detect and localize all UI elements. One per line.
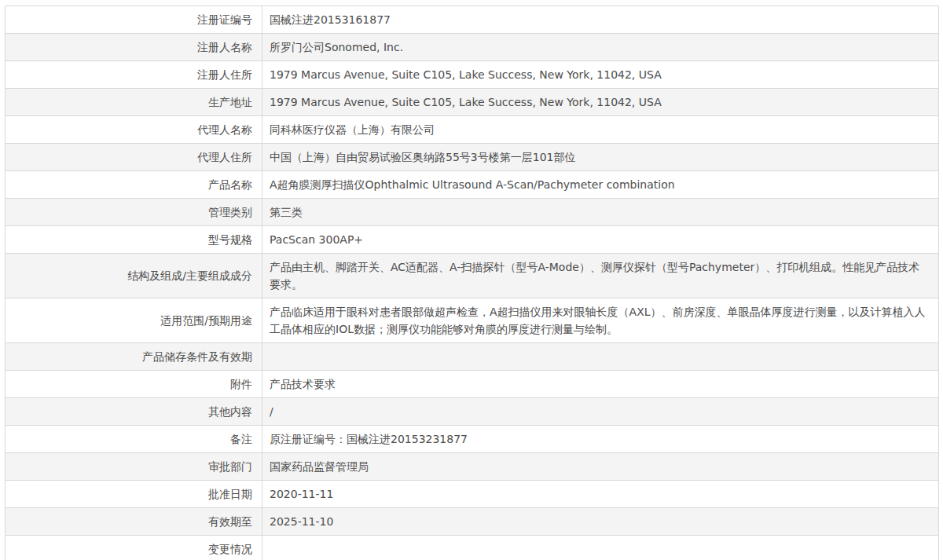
table-row: 型号规格 PacScan 300AP+ <box>6 226 939 254</box>
field-value: 产品由主机、脚踏开关、AC适配器、A-扫描探针（型号A-Mode）、测厚仪探针（… <box>262 254 939 298</box>
table-row: 变更情况 <box>6 536 939 560</box>
table-row: 产品储存条件及有效期 <box>6 343 939 371</box>
field-label: 管理类别 <box>6 199 262 226</box>
field-label: 代理人住所 <box>6 144 262 171</box>
field-label: 代理人名称 <box>6 116 262 144</box>
field-label: 产品储存条件及有效期 <box>6 343 262 371</box>
field-label: 备注 <box>6 426 262 453</box>
field-label: 批准日期 <box>6 481 262 508</box>
registration-table-body: 注册证编号 国械注进20153161877 注册人名称 所罗门公司Sonomed… <box>6 6 939 560</box>
table-row: 管理类别 第三类 <box>6 199 939 226</box>
field-value: 国械注进20153161877 <box>262 6 939 34</box>
field-value: 原注册证编号：国械注进20153231877 <box>262 426 939 453</box>
table-row: 备注 原注册证编号：国械注进20153231877 <box>6 426 939 453</box>
field-value: 1979 Marcus Avenue, Suite C105, Lake Suc… <box>262 61 939 89</box>
table-row: 适用范围/预期用途 产品临床适用于眼科对患者眼部做超声检查，A超扫描仪用来对眼轴… <box>6 298 939 343</box>
field-value: 1979 Marcus Avenue, Suite C105, Lake Suc… <box>262 89 939 116</box>
table-row: 注册人名称 所罗门公司Sonomed, Inc. <box>6 34 939 61</box>
table-row: 附件 产品技术要求 <box>6 371 939 398</box>
field-label: 产品名称 <box>6 171 262 199</box>
table-row: 生产地址 1979 Marcus Avenue, Suite C105, Lak… <box>6 89 939 116</box>
field-label: 生产地址 <box>6 89 262 116</box>
field-value: 2020-11-11 <box>262 481 939 508</box>
table-row: 其他内容 / <box>6 398 939 426</box>
field-value: 同科林医疗仪器（上海）有限公司 <box>262 116 939 144</box>
field-value: 中国（上海）自由贸易试验区奥纳路55号3号楼第一层101部位 <box>262 144 939 171</box>
field-label: 变更情况 <box>6 536 262 560</box>
field-label: 有效期至 <box>6 508 262 536</box>
field-value <box>262 343 939 371</box>
field-value: 产品技术要求 <box>262 371 939 398</box>
table-row: 有效期至 2025-11-10 <box>6 508 939 536</box>
field-value: / <box>262 398 939 426</box>
field-label: 注册人住所 <box>6 61 262 89</box>
table-row: 产品名称 A超角膜测厚扫描仪Ophthalmic Ultrasound A-Sc… <box>6 171 939 199</box>
field-value: 2025-11-10 <box>262 508 939 536</box>
field-label: 注册证编号 <box>6 6 262 34</box>
field-label: 附件 <box>6 371 262 398</box>
table-row: 审批部门 国家药品监督管理局 <box>6 453 939 481</box>
table-row: 代理人名称 同科林医疗仪器（上海）有限公司 <box>6 116 939 144</box>
field-value: PacScan 300AP+ <box>262 226 939 254</box>
field-label: 结构及组成/主要组成成分 <box>6 254 262 298</box>
table-row: 注册人住所 1979 Marcus Avenue, Suite C105, La… <box>6 61 939 89</box>
field-value: 第三类 <box>262 199 939 226</box>
field-label: 注册人名称 <box>6 34 262 61</box>
field-label: 型号规格 <box>6 226 262 254</box>
table-row: 结构及组成/主要组成成分 产品由主机、脚踏开关、AC适配器、A-扫描探针（型号A… <box>6 254 939 298</box>
field-label: 适用范围/预期用途 <box>6 298 262 343</box>
field-value: 国家药品监督管理局 <box>262 453 939 481</box>
table-row: 批准日期 2020-11-11 <box>6 481 939 508</box>
field-value <box>262 536 939 560</box>
table-row: 注册证编号 国械注进20153161877 <box>6 6 939 34</box>
table-row: 代理人住所 中国（上海）自由贸易试验区奥纳路55号3号楼第一层101部位 <box>6 144 939 171</box>
field-label: 其他内容 <box>6 398 262 426</box>
registration-info-table: 注册证编号 国械注进20153161877 注册人名称 所罗门公司Sonomed… <box>5 5 939 560</box>
field-value: 产品临床适用于眼科对患者眼部做超声检查，A超扫描仪用来对眼轴长度（AXL）、前房… <box>262 298 939 343</box>
field-value: A超角膜测厚扫描仪Ophthalmic Ultrasound A-Scan/Pa… <box>262 171 939 199</box>
field-value: 所罗门公司Sonomed, Inc. <box>262 34 939 61</box>
field-label: 审批部门 <box>6 453 262 481</box>
